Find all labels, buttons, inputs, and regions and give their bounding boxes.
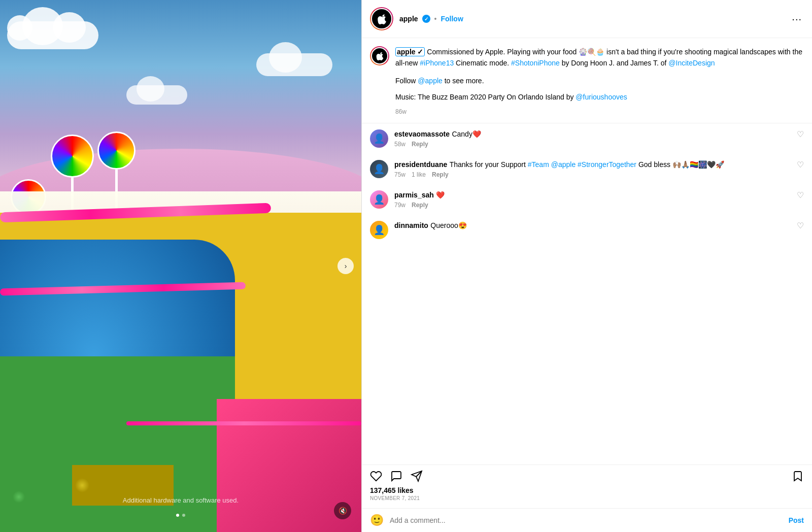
carousel-dot-1[interactable] (176, 514, 179, 517)
post-comment-button[interactable]: Post (789, 516, 804, 524)
comment-reply-1[interactable]: Reply (412, 141, 428, 148)
post-date: November 7, 2021 (370, 495, 804, 501)
comment-time-1: 58w (394, 141, 405, 148)
avatar-ring (370, 7, 393, 30)
comment-input[interactable] (390, 516, 783, 524)
comment-avatar-1: 👤 (370, 129, 388, 148)
dot-separator: • (434, 15, 437, 23)
caption-music: Music: The Buzz Beam 2020 Party On Orlan… (395, 91, 804, 103)
comment-meta-1: 58w Reply (394, 141, 791, 148)
caption-area: apple ✓ Commissioned by Apple. Playing w… (362, 38, 812, 123)
comment-body-3: parmis_sah ❤️ 79w Reply (394, 190, 791, 209)
comment-item: 👤 estevaomassote Candy❤️ 58w Reply ♡ (362, 123, 812, 154)
comment-heart-4[interactable]: ♡ (797, 221, 804, 230)
comment-text-4: Querooo😍 (430, 221, 466, 229)
caption-timestamp: 86w (395, 107, 804, 117)
carousel-dots (176, 514, 185, 517)
comment-username-2[interactable]: presidentduane (394, 160, 447, 169)
mute-button[interactable]: 🔇 (334, 502, 351, 519)
cloud-2 (256, 53, 332, 76)
mute-icon: 🔇 (339, 507, 347, 515)
comment-heart-3[interactable]: ♡ (797, 190, 804, 200)
comment-reply-3[interactable]: Reply (412, 202, 428, 209)
cloud-1 (7, 21, 98, 49)
emoji-button[interactable]: 🙂 (370, 514, 384, 527)
caption-avatar-inner (371, 47, 388, 64)
more-options-button[interactable]: ··· (790, 11, 804, 27)
mention-furioushooves[interactable]: @furioushooves (576, 93, 627, 101)
comment-avatar-3: 👤 (370, 190, 388, 209)
caption-avatar-ring (370, 46, 389, 65)
caption-avatar-container (370, 46, 389, 117)
comment-avatar-4: 👤 (370, 221, 388, 239)
share-button[interactable] (411, 470, 423, 482)
share-icon (411, 470, 423, 482)
comment-reply-2[interactable]: Reply (432, 171, 449, 178)
green-balls-bottom (0, 356, 235, 532)
comment-text-2: Thanks for your Support #Team @apple #St… (450, 160, 724, 169)
comments-section[interactable]: 👤 estevaomassote Candy❤️ 58w Reply ♡ 👤 p… (362, 123, 812, 464)
comment-avatar-2: 👤 (370, 160, 388, 178)
follow-button[interactable]: Follow (441, 15, 463, 23)
header-avatar-container (370, 7, 393, 30)
actions-bar: 137,465 likes November 7, 2021 (362, 464, 812, 508)
comment-username-4[interactable]: dinnamito (394, 221, 428, 229)
action-icons (370, 470, 804, 482)
comment-heart-1[interactable]: ♡ (797, 129, 804, 139)
post-header: apple ✓ • Follow ··· (362, 0, 812, 38)
caption-username-boxed[interactable]: apple ✓ (395, 47, 425, 56)
comment-item-3: 👤 parmis_sah ❤️ 79w Reply ♡ (362, 184, 812, 215)
comment-item-4: 👤 dinnamito Querooo😍 ♡ (362, 215, 812, 245)
comment-time-2: 75w (394, 171, 405, 178)
carousel-next-arrow[interactable]: › (337, 258, 354, 274)
post-detail-panel: apple ✓ • Follow ··· apple ✓ Commissione… (361, 0, 812, 532)
hashtag-iphone13[interactable]: #iPhone13 (420, 59, 454, 67)
comment-body-1: estevaomassote Candy❤️ 58w Reply (394, 129, 791, 148)
mention-incitedesign[interactable]: @InciteDesign (668, 59, 715, 67)
comment-button[interactable] (390, 470, 402, 482)
comment-meta-3: 79w Reply (394, 202, 791, 209)
caption-text: apple ✓ Commissioned by Apple. Playing w… (395, 46, 804, 69)
image-caption: Additional hardware and software used. (0, 496, 361, 504)
bookmark-icon (792, 470, 804, 482)
comment-item-2: 👤 presidentduane Thanks for your Support… (362, 154, 812, 184)
caption-content: apple ✓ Commissioned by Apple. Playing w… (395, 46, 804, 117)
bookmark-button[interactable] (792, 470, 804, 482)
comment-username-1[interactable]: estevaomassote (394, 130, 450, 138)
header-info: apple ✓ • Follow (399, 15, 790, 23)
carousel-dot-2[interactable] (182, 514, 185, 517)
comment-heart-2[interactable]: ♡ (797, 160, 804, 170)
caption-apple-logo-icon (375, 51, 384, 60)
candy-image: › Additional hardware and software used.… (0, 0, 361, 532)
caption-follow-text: Follow @apple to see more. (395, 75, 804, 86)
comment-body-4: dinnamito Querooo😍 (394, 221, 791, 230)
comment-text-3: ❤️ (436, 191, 445, 199)
verified-badge-icon: ✓ (422, 15, 430, 23)
comment-meta-2: 75w 1 like Reply (394, 171, 791, 178)
cloud-3 (126, 85, 187, 105)
comment-body-2: presidentduane Thanks for your Support #… (394, 160, 791, 178)
post-image-panel: › Additional hardware and software used.… (0, 0, 361, 532)
apple-logo-icon (376, 13, 387, 24)
avatar-inner (371, 8, 392, 29)
comment-time-3: 79w (394, 202, 405, 209)
likes-count: 137,465 likes (370, 486, 804, 494)
hashtag-shotoniphone[interactable]: #ShotoniPhone (511, 59, 560, 67)
add-comment-bar: 🙂 Post (362, 508, 812, 532)
pink-path-2 (126, 421, 361, 425)
heart-icon (370, 470, 382, 482)
header-username[interactable]: apple (399, 15, 418, 23)
comment-icon (390, 470, 402, 482)
mention-apple-follow[interactable]: @apple (418, 77, 442, 85)
comment-username-3[interactable]: parmis_sah (394, 191, 434, 199)
like-button[interactable] (370, 470, 382, 482)
comment-text-1: Candy❤️ (452, 130, 481, 138)
comment-likes-2[interactable]: 1 like (412, 171, 426, 178)
